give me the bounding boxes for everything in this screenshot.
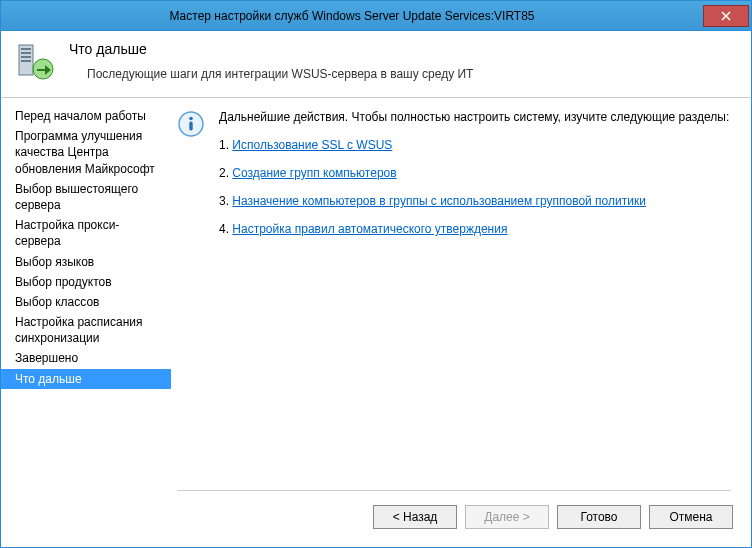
list-number: 2. <box>219 166 229 180</box>
back-button[interactable]: < Назад <box>373 505 457 529</box>
close-icon <box>721 11 731 21</box>
list-item: 4. Настройка правил автоматического утве… <box>219 220 729 238</box>
sidebar-step-products[interactable]: Выбор продуктов <box>1 272 171 292</box>
link-auto-approval-rules[interactable]: Настройка правил автоматического утвержд… <box>232 222 507 236</box>
cancel-button[interactable]: Отмена <box>649 505 733 529</box>
footer-divider <box>177 490 731 491</box>
wizard-main-pane: Дальнейшие действия. Чтобы полностью нас… <box>171 98 751 505</box>
page-subtitle: Последующие шаги для интеграции WSUS-сер… <box>69 67 473 81</box>
window-title: Мастер настройки служб Windows Server Up… <box>1 9 703 23</box>
sidebar-step-classifications[interactable]: Выбор классов <box>1 292 171 312</box>
header-text: Что дальше Последующие шаги для интеграц… <box>69 41 473 81</box>
sidebar-step-whats-next[interactable]: Что дальше <box>1 369 171 389</box>
svg-rect-4 <box>21 52 31 54</box>
svg-point-9 <box>189 117 193 121</box>
list-item: 2. Создание групп компьютеров <box>219 164 729 182</box>
server-update-icon <box>15 41 57 83</box>
wizard-header: Что дальше Последующие шаги для интеграц… <box>1 31 751 98</box>
list-item: 3. Назначение компьютеров в группы с исп… <box>219 192 729 210</box>
svg-rect-10 <box>189 122 192 131</box>
sidebar-step-finished[interactable]: Завершено <box>1 348 171 368</box>
titlebar: Мастер настройки служб Windows Server Up… <box>1 1 751 31</box>
info-row: Дальнейшие действия. Чтобы полностью нас… <box>177 108 731 248</box>
svg-rect-6 <box>21 60 31 62</box>
info-intro-text: Дальнейшие действия. Чтобы полностью нас… <box>219 108 729 126</box>
sidebar-step-before-begin[interactable]: Перед началом работы <box>1 106 171 126</box>
finish-button[interactable]: Готово <box>557 505 641 529</box>
sidebar-step-proxy[interactable]: Настройка прокси-сервера <box>1 215 171 251</box>
wizard-footer: < Назад Далее > Готово Отмена <box>1 505 751 547</box>
svg-rect-5 <box>21 56 31 58</box>
svg-rect-3 <box>21 48 31 50</box>
sidebar-step-languages[interactable]: Выбор языков <box>1 252 171 272</box>
next-steps-list: 1. Использование SSL с WSUS 2. Создание … <box>219 136 729 238</box>
sidebar-step-sync-schedule[interactable]: Настройка расписания синхронизации <box>1 312 171 348</box>
list-number: 4. <box>219 222 229 236</box>
info-text: Дальнейшие действия. Чтобы полностью нас… <box>219 108 729 248</box>
list-number: 3. <box>219 194 229 208</box>
wizard-steps-sidebar: Перед началом работы Программа улучшения… <box>1 98 171 505</box>
next-button: Далее > <box>465 505 549 529</box>
wizard-window: Мастер настройки служб Windows Server Up… <box>0 0 752 548</box>
link-ssl-with-wsus[interactable]: Использование SSL с WSUS <box>232 138 392 152</box>
list-item: 1. Использование SSL с WSUS <box>219 136 729 154</box>
sidebar-step-upstream-server[interactable]: Выбор вышестоящего сервера <box>1 179 171 215</box>
wizard-body: Перед началом работы Программа улучшения… <box>1 98 751 505</box>
info-icon <box>177 110 205 138</box>
button-row: < Назад Далее > Готово Отмена <box>1 505 733 529</box>
sidebar-step-improvement-program[interactable]: Программа улучшения качества Центра обно… <box>1 126 171 179</box>
page-title: Что дальше <box>69 41 473 57</box>
close-button[interactable] <box>703 5 749 27</box>
link-assign-computers-group-policy[interactable]: Назначение компьютеров в группы с исполь… <box>232 194 646 208</box>
link-create-computer-groups[interactable]: Создание групп компьютеров <box>232 166 396 180</box>
list-number: 1. <box>219 138 229 152</box>
